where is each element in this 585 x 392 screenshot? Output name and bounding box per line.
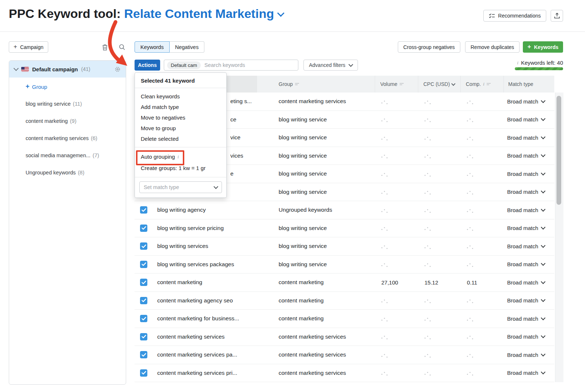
trash-icon[interactable]: [102, 43, 110, 51]
actions-button[interactable]: Actions: [135, 60, 160, 71]
chevron-down-icon: [348, 62, 353, 67]
chevron-down-icon[interactable]: [14, 66, 19, 71]
volume-cell: [375, 352, 418, 358]
match-type-dropdown[interactable]: Broad match: [503, 370, 554, 376]
row-checkbox-checked[interactable]: [140, 206, 147, 214]
row-checkbox-checked[interactable]: [140, 369, 147, 377]
loading-dots: [424, 247, 432, 248]
table-row: content marketing services pri... conten…: [135, 364, 554, 382]
export-button[interactable]: [551, 10, 563, 22]
menu-item-delete-selected[interactable]: Delete selected: [135, 133, 226, 144]
header-group[interactable]: Group: [279, 76, 375, 93]
row-checkbox-checked[interactable]: [140, 225, 147, 232]
comp-cell: 0.11: [460, 279, 503, 286]
group-list: blog writing service(11) content marketi…: [9, 95, 126, 181]
keyword-cell: blog writing services: [157, 243, 279, 249]
sidebar-group-item[interactable]: blog writing service(11): [9, 95, 126, 112]
comp-cell: [460, 135, 503, 141]
match-type-dropdown[interactable]: Broad match: [503, 316, 554, 322]
row-checkbox-checked[interactable]: [140, 261, 147, 268]
match-type-dropdown[interactable]: Broad match: [503, 135, 554, 141]
loading-dots: [424, 374, 432, 375]
cpc-cell: [418, 189, 460, 195]
add-group-button[interactable]: + Group: [26, 83, 47, 90]
menu-item-create-groups[interactable]: Create groups: 1 kw = 1 gr: [135, 163, 226, 173]
header-cpc[interactable]: CPC (USD): [418, 76, 460, 93]
search-input[interactable]: [204, 62, 295, 68]
row-checkbox-checked[interactable]: [140, 297, 147, 304]
chevron-down-icon: [541, 225, 546, 230]
loading-dots: [467, 211, 475, 212]
match-type-dropdown[interactable]: Broad match: [503, 98, 554, 105]
chevron-down-icon: [541, 297, 546, 302]
loading-dots: [467, 247, 475, 248]
match-type-dropdown[interactable]: Broad match: [503, 243, 554, 249]
cross-group-negatives-button[interactable]: Cross-group negatives: [398, 41, 460, 53]
ppc-keyword-tool-app: PPC Keyword tool: Relate Content Marketi…: [0, 0, 585, 392]
volume-cell: [375, 297, 418, 304]
sidebar-group-item[interactable]: content marketing(9): [9, 112, 126, 129]
comp-cell: [460, 243, 503, 249]
menu-item-move-to-group[interactable]: Move to group: [135, 123, 226, 133]
loading-dots: [424, 157, 432, 158]
sidebar-item-default-campaign[interactable]: Default campaign (41): [9, 61, 126, 78]
match-type-dropdown[interactable]: Broad match: [503, 207, 554, 213]
cpc-cell: [418, 135, 460, 141]
match-type-dropdown[interactable]: Broad match: [503, 352, 554, 358]
remove-duplicates-button[interactable]: Remove duplicates: [465, 41, 520, 53]
cpc-cell: [418, 352, 460, 358]
recommendations-label: Recommendations: [498, 13, 541, 19]
header-match-type: Match type: [503, 76, 554, 93]
row-checkbox-checked[interactable]: [140, 351, 147, 358]
table-row: blog writing services packages blog writ…: [135, 256, 554, 274]
group-cell: blog writing service: [279, 189, 375, 195]
header-volume[interactable]: Volume: [375, 76, 418, 93]
row-checkbox-checked[interactable]: [140, 279, 147, 286]
match-type-dropdown[interactable]: Broad match: [503, 261, 554, 267]
tab-negatives[interactable]: Negatives: [170, 41, 204, 53]
match-type-dropdown[interactable]: Broad match: [503, 279, 554, 286]
match-type-dropdown[interactable]: Broad match: [503, 225, 554, 231]
row-checkbox-checked[interactable]: [140, 315, 147, 322]
sidebar-group-item[interactable]: content marketing services(6): [9, 129, 126, 147]
match-type-dropdown[interactable]: Broad match: [503, 333, 554, 340]
match-type-dropdown[interactable]: Broad match: [503, 116, 554, 122]
cpc-cell: 15.12: [418, 279, 460, 286]
gear-icon[interactable]: [114, 66, 121, 72]
add-keywords-button[interactable]: + Keywords: [523, 41, 563, 53]
volume-cell: [375, 261, 418, 267]
search-icon[interactable]: [119, 43, 127, 51]
cpc-cell: [418, 171, 460, 177]
table-row: blog writing service pricing blog writin…: [135, 219, 554, 238]
loading-dots: [467, 120, 475, 121]
menu-item-add-match-type[interactable]: Add match type: [135, 102, 226, 112]
group-cell: blog writing service: [279, 243, 375, 249]
row-checkbox-checked[interactable]: [140, 333, 147, 340]
table-scrollbar-thumb[interactable]: [556, 96, 561, 205]
campaign-selector[interactable]: Relate Content Marketing: [124, 7, 274, 20]
sidebar-group-item[interactable]: social media managemen...(7): [9, 147, 126, 164]
set-match-type-select[interactable]: Set match type: [139, 181, 222, 193]
campaign-filter-chip[interactable]: Default cam: [167, 61, 201, 69]
loading-dots: [381, 320, 389, 321]
chevron-down-icon[interactable]: [278, 10, 285, 17]
menu-item-clean-keywords[interactable]: Clean keywords: [135, 91, 226, 102]
menu-item-auto-grouping[interactable]: Auto grouping i: [135, 151, 226, 163]
add-campaign-button[interactable]: + Campaign: [9, 41, 48, 53]
tab-keywords[interactable]: Keywords: [135, 41, 170, 53]
row-checkbox-checked[interactable]: [140, 242, 147, 250]
group-cell: content marketing services: [279, 98, 375, 105]
recommendations-button[interactable]: Recommendations: [483, 10, 546, 22]
keyword-search-box[interactable]: Default cam: [164, 60, 298, 71]
loading-dots: [467, 338, 475, 339]
sidebar-group-item[interactable]: Ungrouped keywords(8): [9, 164, 126, 181]
loading-dots: [424, 120, 432, 121]
page-title: PPC Keyword tool: Relate Content Marketi…: [9, 7, 283, 21]
header-comp[interactable]: Comp. i: [460, 76, 503, 93]
menu-item-move-to-negatives[interactable]: Move to negatives: [135, 112, 226, 123]
match-type-dropdown[interactable]: Broad match: [503, 189, 554, 195]
match-type-dropdown[interactable]: Broad match: [503, 171, 554, 177]
match-type-dropdown[interactable]: Broad match: [503, 297, 554, 304]
match-type-dropdown[interactable]: Broad match: [503, 152, 554, 159]
advanced-filters-button[interactable]: Advanced filters: [303, 60, 358, 71]
